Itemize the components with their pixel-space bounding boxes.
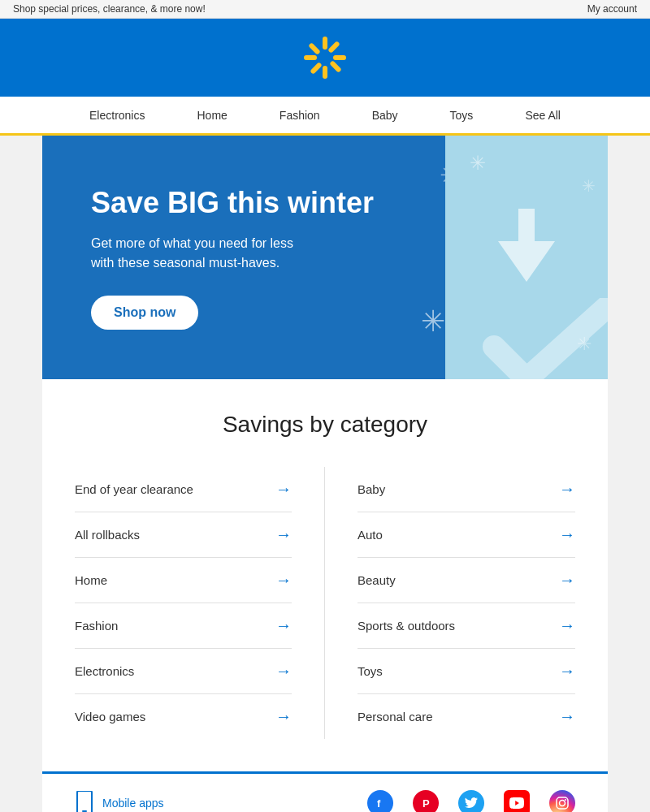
savings-arrow-icon: → [559, 662, 575, 680]
shop-now-button[interactable]: Shop now [91, 296, 198, 330]
savings-title: Savings by category [75, 412, 575, 438]
top-bar: Shop special prices, clearance, & more n… [0, 0, 650, 19]
savings-left-item[interactable]: All rollbacks → [75, 512, 292, 558]
savings-right-item[interactable]: Personal care → [358, 694, 575, 739]
savings-arrow-icon: → [559, 707, 575, 726]
my-account-link[interactable]: My account [587, 3, 637, 15]
hero-banner: ✳ ✳ Save BIG this winter Get more of wha… [42, 136, 608, 379]
hero-content: Save BIG this winter Get more of what yo… [42, 136, 445, 379]
svg-point-15 [565, 799, 566, 801]
savings-left-item[interactable]: Video games → [75, 694, 292, 739]
savings-right-item[interactable]: Baby → [358, 467, 575, 512]
savings-right-item[interactable]: Auto → [358, 512, 575, 558]
savings-item-label: Baby [358, 482, 385, 496]
nav-item-baby[interactable]: Baby [346, 97, 424, 133]
facebook-icon[interactable]: f [367, 790, 393, 812]
savings-arrow-icon: → [559, 616, 575, 635]
savings-left-column: End of year clearance → All rollbacks → … [75, 467, 325, 739]
savings-right-column: Baby → Auto → Beauty → Sports & outdoors… [325, 467, 575, 739]
instagram-icon[interactable] [549, 790, 575, 812]
svg-text:f: f [377, 797, 381, 810]
hero-subtitle: Get more of what you need for lesswith t… [91, 234, 406, 273]
savings-left-item[interactable]: Home → [75, 558, 292, 603]
nav-item-electronics[interactable]: Electronics [63, 97, 171, 133]
savings-arrow-icon: → [275, 480, 292, 499]
svg-rect-5 [310, 62, 323, 75]
savings-arrow-icon: → [275, 616, 292, 635]
svg-rect-9 [77, 791, 92, 812]
savings-right-item[interactable]: Toys → [358, 649, 575, 694]
savings-left-item[interactable]: Electronics → [75, 649, 292, 694]
svg-rect-0 [323, 37, 327, 50]
savings-item-label: Home [75, 573, 107, 587]
savings-left-item[interactable]: Fashion → [75, 603, 292, 649]
savings-arrow-icon: → [275, 662, 292, 680]
savings-arrow-icon: → [559, 571, 575, 590]
svg-rect-7 [329, 60, 342, 73]
header [0, 19, 650, 97]
savings-item-label: All rollbacks [75, 528, 140, 542]
walmart-logo [301, 33, 349, 82]
footer: Mobile apps f P [42, 771, 608, 812]
hero-title: Save BIG this winter [91, 185, 406, 220]
svg-point-14 [560, 801, 566, 806]
svg-rect-3 [333, 55, 346, 60]
twitter-icon[interactable] [458, 790, 484, 812]
savings-item-label: Personal care [358, 710, 433, 723]
svg-text:P: P [422, 797, 430, 810]
svg-rect-1 [323, 66, 327, 79]
savings-right-item[interactable]: Beauty → [358, 558, 575, 603]
savings-arrow-icon: → [275, 525, 292, 544]
mobile-apps-label: Mobile apps [102, 797, 164, 810]
savings-item-label: Sports & outdoors [358, 619, 455, 633]
promo-text: Shop special prices, clearance, & more n… [13, 3, 206, 15]
savings-item-label: Beauty [358, 573, 396, 587]
nav-item-fashion[interactable]: Fashion [254, 97, 346, 133]
deco-checkmark [478, 298, 608, 379]
savings-arrow-icon: → [275, 571, 292, 590]
savings-section: Savings by category End of year clearanc… [42, 379, 608, 771]
savings-item-label: Electronics [75, 664, 134, 678]
main-nav: Electronics Home Fashion Baby Toys See A… [0, 97, 650, 136]
spark-right-1: ✳ [470, 152, 486, 175]
savings-item-label: Fashion [75, 619, 118, 633]
youtube-icon[interactable] [504, 790, 530, 812]
pinterest-icon[interactable]: P [413, 790, 439, 812]
savings-item-label: Auto [358, 528, 383, 542]
mobile-icon [75, 791, 94, 812]
svg-rect-2 [304, 55, 317, 60]
svg-rect-6 [308, 42, 321, 55]
savings-grid: End of year clearance → All rollbacks → … [75, 467, 575, 739]
savings-item-label: End of year clearance [75, 482, 193, 496]
nav-item-toys[interactable]: Toys [424, 97, 500, 133]
down-arrow-graphic [490, 209, 563, 306]
savings-right-item[interactable]: Sports & outdoors → [358, 603, 575, 649]
spark-right-2: ✳ [582, 176, 596, 196]
social-links: f P [367, 790, 575, 812]
nav-item-see-all[interactable]: See All [499, 97, 587, 133]
savings-arrow-icon: → [275, 707, 292, 726]
nav-item-home[interactable]: Home [171, 97, 253, 133]
savings-arrow-icon: → [559, 525, 575, 544]
savings-left-item[interactable]: End of year clearance → [75, 467, 292, 512]
savings-item-label: Toys [358, 664, 383, 678]
svg-rect-13 [557, 797, 568, 809]
savings-arrow-icon: → [559, 480, 575, 499]
svg-marker-8 [498, 209, 555, 282]
savings-item-label: Video games [75, 710, 145, 723]
mobile-apps-link[interactable]: Mobile apps [75, 791, 164, 812]
svg-rect-4 [327, 41, 340, 54]
